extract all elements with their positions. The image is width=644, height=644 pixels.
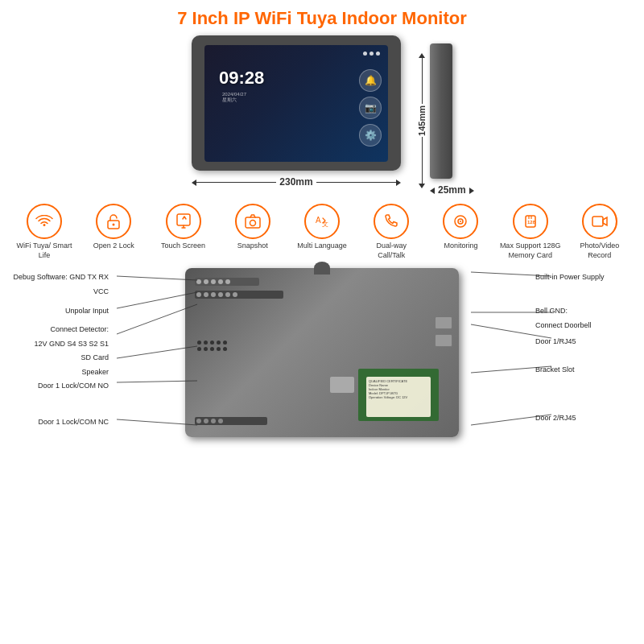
feature-monitoring: Monitoring xyxy=(428,204,493,251)
feature-touch-label: Touch Screen xyxy=(161,242,205,251)
feature-wifi-label: WiFi Tuya/ Smart Life xyxy=(12,242,76,260)
conn2-pin-3 xyxy=(211,292,216,297)
speaker-holes xyxy=(197,341,227,351)
hole-5 xyxy=(223,341,227,345)
connector-strip xyxy=(195,278,259,286)
lock-pin-2 xyxy=(204,419,208,423)
multi-lang-icon: A 文 xyxy=(304,204,340,239)
conn-pin-5 xyxy=(225,279,230,284)
dim-v-line-2 xyxy=(422,137,423,183)
svg-rect-12 xyxy=(592,217,603,226)
svg-text:128: 128 xyxy=(527,220,536,225)
ann-unpolar: Unpolar Input xyxy=(65,302,109,316)
hole-4 xyxy=(217,341,221,345)
pcb-board: QUALIFIED CERTIFICATE Device Name Indoor… xyxy=(358,369,439,421)
conn2-pin-1 xyxy=(196,292,201,297)
app-icon-3: ⚙️ xyxy=(359,124,382,147)
dim-line-left xyxy=(196,182,276,183)
svg-text:文: 文 xyxy=(322,221,328,228)
hole-8 xyxy=(210,347,214,351)
feature-photo-label: Photo/VideoRecord xyxy=(580,242,619,260)
hole-6 xyxy=(197,347,201,351)
conn2-pin-2 xyxy=(204,292,208,297)
conn-pin-2 xyxy=(204,279,208,284)
ann-bracket-slot: Bracket Slot xyxy=(535,361,575,375)
app-icon-1: 🔔 xyxy=(359,69,382,92)
ann-debug-sw: Debug Software: GND TX RX VCC xyxy=(12,268,109,297)
ann-door2-rj45: Door 2/RJ45 xyxy=(535,409,576,423)
monitoring-icon xyxy=(443,204,478,239)
lock-pin-4 xyxy=(218,419,223,423)
side-view-container: 145mm 25mm xyxy=(417,43,452,197)
feature-open-lock: Open 2 Lock xyxy=(81,204,146,251)
app-icon-2: 📷 xyxy=(359,97,382,119)
hole-1 xyxy=(197,341,201,345)
feature-multi-lang: A 文 Multi Language xyxy=(290,204,354,251)
dim-line-right xyxy=(316,182,396,183)
monitor-side-view xyxy=(430,43,452,179)
dim-v-line xyxy=(422,58,423,104)
conn-pin-3 xyxy=(211,279,216,284)
conn-pin-1 xyxy=(196,279,201,284)
feature-snapshot-label: Snapshot xyxy=(237,242,268,251)
ann-door1-rj45: Door 1/RJ45 xyxy=(535,332,576,347)
hole-10 xyxy=(223,347,227,351)
ann-door1-nc: Door 1 Lock/COM NC xyxy=(38,413,109,427)
conn-pin-4 xyxy=(218,279,223,284)
open-lock-icon xyxy=(96,204,131,239)
feature-photo-video: Photo/VideoRecord xyxy=(568,204,632,260)
page-title: 7 Inch IP WiFi Tuya Indoor Monitor xyxy=(12,8,632,29)
back-panel-section: QUALIFIED CERTIFICATE Device Name Indoor… xyxy=(12,268,632,453)
depth-label: 25mm xyxy=(435,184,469,196)
power-connector xyxy=(314,262,330,275)
feature-wifi-tuya: WiFi Tuya/ Smart Life xyxy=(12,204,76,260)
hole-3 xyxy=(210,341,214,345)
feature-memory-label: Max Support 128GMemory Card xyxy=(500,242,561,260)
ethernet-port xyxy=(330,377,354,393)
hole-2 xyxy=(204,341,208,345)
height-label: 145mm xyxy=(417,104,427,138)
screen-time: 09:28 xyxy=(219,68,264,89)
side-monitor-wrapper: 25mm xyxy=(430,43,452,197)
feature-lock-label: Open 2 Lock xyxy=(93,242,134,251)
ann-door1-no: Door 1 Lock/COM NO xyxy=(38,377,109,391)
lock-pin-1 xyxy=(196,419,201,423)
conn2-pin-4 xyxy=(218,292,223,297)
dim-arrow-right xyxy=(396,175,401,189)
feature-snapshot: Snapshot xyxy=(221,204,285,251)
memory-card-icon: 128 xyxy=(513,204,548,239)
feature-monitoring-label: Monitoring xyxy=(444,242,477,251)
status-dot-3 xyxy=(376,52,380,56)
snapshot-icon xyxy=(235,204,270,239)
feature-touch-screen: Touch Screen xyxy=(151,204,215,251)
width-label: 230mm xyxy=(276,176,316,188)
ann-sd-card: SD CardSpeaker xyxy=(80,349,109,378)
rj45-port-2 xyxy=(435,334,452,347)
svg-point-1 xyxy=(113,224,115,226)
hole-7 xyxy=(204,347,208,351)
status-dot-1 xyxy=(363,52,367,56)
ann-bell-gnd: Bell GND:Connect Doorbell xyxy=(535,302,592,331)
screen-status-icons xyxy=(363,52,380,56)
hole-9 xyxy=(217,347,221,351)
monitor-screen: 09:28 2024/04/27星期六 🔔 📷 ⚙️ xyxy=(204,45,388,162)
svg-text:A: A xyxy=(316,216,321,225)
depth-dimension: 25mm xyxy=(430,183,452,197)
lock-connector xyxy=(195,417,267,425)
cert-text-5: Operation Voltage: DC 12V xyxy=(369,395,428,399)
touch-screen-icon xyxy=(166,204,201,239)
conn2-pin-6 xyxy=(233,292,237,297)
screen-app-icons: 🔔 📷 ⚙️ xyxy=(359,69,382,147)
svg-point-9 xyxy=(460,221,461,222)
photo-video-icon xyxy=(582,204,617,239)
features-section: WiFi Tuya/ Smart Life Open 2 Lock xyxy=(12,204,632,260)
lock-pin-3 xyxy=(211,419,216,423)
feature-memory-card: 128 Max Support 128GMemory Card xyxy=(498,204,563,260)
cert-label: QUALIFIED CERTIFICATE Device Name Indoor… xyxy=(366,377,431,417)
depth-arrow-right xyxy=(469,183,474,197)
height-dimension: 145mm xyxy=(417,53,427,188)
dual-way-icon xyxy=(374,204,409,239)
feature-dual-label: Dual-wayCall/Talk xyxy=(376,242,407,260)
rj45-port-1 xyxy=(435,316,452,329)
status-dot-2 xyxy=(369,52,374,56)
